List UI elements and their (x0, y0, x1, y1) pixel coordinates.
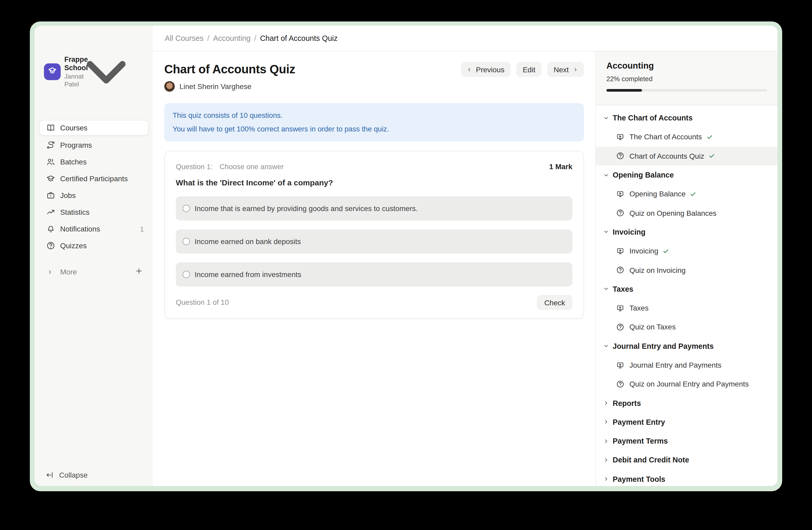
outline-section-opening-balance[interactable]: Opening Balance (596, 166, 778, 185)
question-progress: Question 1 of 10 (176, 298, 537, 306)
outline-item-quiz-on-invoicing[interactable]: Quiz on Invoicing (596, 261, 778, 280)
option-row[interactable]: Income that is earned by providing goods… (176, 196, 572, 221)
outline-item-quiz-on-journal-entry-and-payments[interactable]: Quiz on Journal Entry and Payments (596, 375, 778, 393)
add-button[interactable] (133, 267, 144, 277)
users-icon (46, 158, 55, 166)
outline-section-reports[interactable]: Reports (596, 393, 778, 413)
outline-section-journal-entry-and-payments[interactable]: Journal Entry and Payments (596, 336, 778, 355)
question-number-label: Question 1: (176, 163, 213, 171)
app-window: Frappe School Jannat Patel CoursesProgra… (34, 26, 778, 486)
option-row[interactable]: Income earned from investments (176, 262, 572, 287)
monitor-play-icon (616, 190, 624, 198)
breadcrumb-separator: / (254, 34, 256, 42)
option-label: Income that is earned by providing goods… (194, 204, 418, 213)
outline-item-label: The Chart of Accounts (629, 133, 702, 141)
chevron-right-icon (603, 457, 610, 463)
chevron-down-icon (603, 171, 610, 178)
collapse-sidebar-button[interactable]: Collapse (39, 469, 149, 481)
check-button[interactable]: Check (537, 295, 572, 310)
outline-section-label: Payment Tools (613, 475, 665, 484)
page-title: Chart of Accounts Quiz (164, 62, 461, 76)
graduation-cap-icon (46, 175, 55, 183)
chevron-right-icon (603, 419, 610, 426)
outline-item-label: Opening Balance (629, 190, 686, 198)
outline-section-payment-terms[interactable]: Payment Terms (596, 432, 778, 451)
outline-item-taxes[interactable]: Taxes (596, 298, 778, 318)
outline-section-label: Payment Entry (613, 418, 665, 426)
sidebar-item-batches[interactable]: Batches (39, 154, 149, 169)
sidebar-item-quizzes[interactable]: Quizzes (39, 238, 149, 253)
outline-section-payment-tools[interactable]: Payment Tools (596, 470, 778, 486)
breadcrumb-item-all-courses[interactable]: All Courses (165, 34, 204, 42)
outline-section-invoicing[interactable]: Invoicing (596, 223, 778, 242)
sidebar-item-jobs[interactable]: Jobs (39, 188, 149, 203)
left-sidebar: Frappe School Jannat Patel CoursesProgra… (34, 26, 153, 486)
outline-section-the-chart-of-accounts[interactable]: The Chart of Accounts (596, 108, 778, 127)
chevron-right-icon (46, 268, 53, 275)
help-circle-icon (616, 209, 624, 217)
outline-item-invoicing[interactable]: Invoicing (596, 241, 778, 261)
sidebar-item-label: Jobs (60, 191, 144, 199)
outline-item-quiz-on-taxes[interactable]: Quiz on Taxes (596, 318, 778, 337)
outline-item-opening-balance[interactable]: Opening Balance (596, 184, 778, 204)
outline-item-label: Quiz on Invoicing (629, 266, 686, 274)
notice-line: You will have to get 100% correct answer… (173, 122, 576, 136)
outline-section-debit-and-credit-note[interactable]: Debit and Credit Note (596, 451, 778, 470)
outline-section-payment-entry[interactable]: Payment Entry (596, 413, 778, 432)
outline-section-label: Invoicing (613, 228, 646, 236)
sidebar-item-certified-participants[interactable]: Certified Participants (39, 171, 149, 186)
option-row[interactable]: Income earned on bank deposits (176, 229, 572, 253)
outline-item-the-chart-of-accounts[interactable]: The Chart of Accounts (596, 127, 778, 147)
chevron-left-icon (466, 66, 472, 72)
outline-item-chart-of-accounts-quiz[interactable]: Chart of Accounts Quiz (596, 147, 778, 166)
sidebar-item-statistics[interactable]: Statistics (39, 205, 149, 220)
sidebar-item-courses[interactable]: Courses (39, 120, 149, 136)
outline-item-journal-entry-and-payments[interactable]: Journal Entry and Payments (596, 355, 778, 375)
previous-button[interactable]: Previous (461, 62, 511, 77)
breadcrumb-item-accounting[interactable]: Accounting (213, 34, 251, 42)
monitor-play-icon (616, 133, 624, 141)
chevron-right-icon (603, 476, 610, 483)
radio-button[interactable] (183, 205, 190, 212)
sidebar-item-label: Programs (60, 141, 144, 149)
chevron-right-icon (603, 400, 610, 406)
sidebar-item-programs[interactable]: Programs (39, 138, 149, 152)
check-icon (706, 134, 713, 140)
trending-up-icon (46, 208, 55, 216)
outline-item-quiz-on-opening-balances[interactable]: Quiz on Opening Balances (596, 204, 778, 223)
sidebar-item-notifications[interactable]: Notifications1 (39, 222, 149, 236)
radio-button[interactable] (183, 271, 190, 278)
next-button[interactable]: Next (547, 62, 584, 77)
breadcrumb-separator: / (207, 34, 209, 42)
chevron-down-icon (603, 343, 610, 349)
outline-item-label: Quiz on Taxes (629, 323, 676, 331)
sidebar-item-label: Quizzes (60, 241, 144, 250)
course-outline-panel: Accounting 22% completed The Chart of Ac… (595, 51, 778, 486)
edit-button[interactable]: Edit (517, 62, 541, 77)
outline-item-label: Quiz on Journal Entry and Payments (629, 380, 749, 388)
chevron-down-icon (603, 114, 610, 121)
workspace-switcher[interactable]: Frappe School Jannat Patel (34, 26, 153, 110)
help-circle-icon (616, 380, 624, 388)
chevron-down-icon (68, 33, 144, 110)
outline-item-label: Taxes (629, 304, 649, 312)
author-name: Linet Sherin Varghese (179, 82, 251, 90)
main-content: Chart of Accounts Quiz Previous Edit Nex… (153, 51, 595, 486)
outline-section-taxes[interactable]: Taxes (596, 279, 778, 298)
course-progress-bar (606, 89, 767, 92)
sidebar-item-label: Statistics (60, 208, 144, 216)
outline-section-label: Journal Entry and Payments (613, 342, 714, 350)
plus-icon (135, 267, 143, 277)
check-icon (663, 248, 669, 254)
sidebar-more[interactable]: More (39, 264, 149, 279)
radio-button[interactable] (183, 238, 190, 245)
outline-section-label: The Chart of Accounts (613, 114, 693, 122)
question-marks: 1 Mark (549, 162, 572, 171)
notification-count: 1 (140, 225, 144, 233)
frappe-school-logo (44, 64, 61, 80)
sidebar-item-label: Courses (60, 124, 144, 132)
chevron-down-icon (603, 228, 610, 235)
desktop-background: Frappe School Jannat Patel CoursesProgra… (0, 0, 812, 530)
outline-section-label: Debit and Credit Note (613, 456, 689, 464)
help-circle-icon (616, 323, 624, 331)
